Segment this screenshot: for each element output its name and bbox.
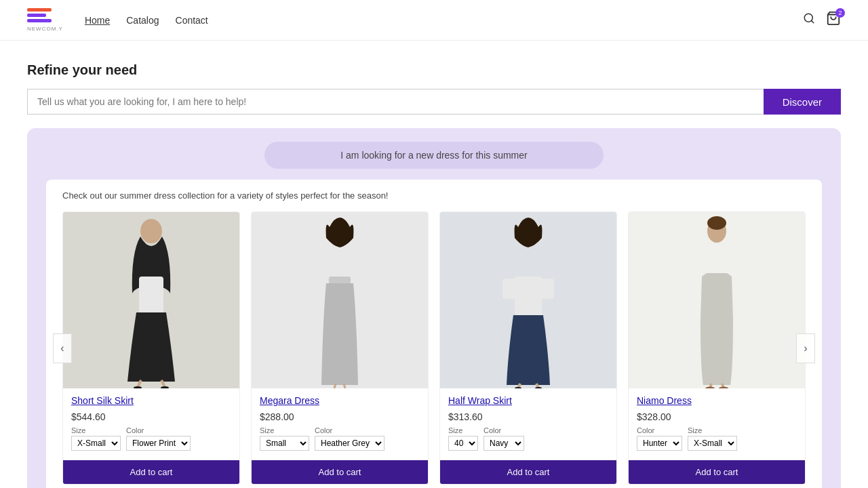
nav-catalog[interactable]: Catalog bbox=[126, 15, 159, 26]
product-info-4: Niamo Dress $328.00 Color Hunter Grey Bl… bbox=[629, 388, 805, 451]
product-options-1: Size X-Small Small Medium Large bbox=[71, 426, 231, 451]
svg-point-25 bbox=[705, 387, 715, 389]
product-card-4: Niamo Dress $328.00 Color Hunter Grey Bl… bbox=[628, 211, 806, 485]
carousel-prev-button[interactable]: ‹ bbox=[53, 333, 72, 363]
carousel-next-button[interactable]: › bbox=[796, 333, 815, 363]
svg-point-7 bbox=[134, 386, 142, 388]
product-silhouette-1 bbox=[97, 212, 205, 388]
product-price-3: $313.60 bbox=[448, 411, 608, 422]
product-silhouette-4 bbox=[663, 212, 771, 388]
product-silhouette-2 bbox=[285, 212, 394, 388]
logo: NEWCOM.Y bbox=[27, 8, 63, 32]
product-card-3: Half Wrap Skirt $313.60 Size 36 38 40 bbox=[439, 211, 617, 485]
main-nav: Home Catalog Contact bbox=[85, 15, 208, 26]
add-to-cart-1[interactable]: Add to cart bbox=[63, 460, 239, 484]
logo-bars bbox=[27, 8, 63, 22]
logo-bar-red bbox=[27, 8, 52, 12]
color-option-1: Color Flower Print Black White bbox=[126, 426, 191, 451]
product-image-1 bbox=[63, 212, 239, 388]
add-to-cart-4[interactable]: Add to cart bbox=[629, 460, 805, 484]
add-to-cart-2[interactable]: Add to cart bbox=[252, 460, 428, 484]
product-silhouette-3 bbox=[474, 212, 583, 388]
size-select-3[interactable]: 36 38 40 42 bbox=[448, 436, 478, 451]
product-options-3: Size 36 38 40 42 Color bbox=[448, 426, 608, 451]
logo-bar-purple-1 bbox=[27, 14, 46, 17]
size-label-2: Size bbox=[260, 426, 309, 434]
main-content: Refine your need Discover I am looking f… bbox=[0, 41, 868, 488]
color-select-3[interactable]: Navy Black Grey bbox=[484, 436, 524, 451]
color-select-1[interactable]: Flower Print Black White bbox=[126, 436, 191, 451]
product-info-3: Half Wrap Skirt $313.60 Size 36 38 40 bbox=[440, 388, 616, 451]
color-label-2: Color bbox=[315, 426, 384, 434]
size-select-4[interactable]: X-Small Small Medium bbox=[688, 436, 737, 451]
svg-point-19 bbox=[515, 387, 521, 388]
svg-point-3 bbox=[140, 219, 162, 243]
svg-line-12 bbox=[344, 384, 345, 388]
user-message-bubble: I am looking for a new dress for this su… bbox=[264, 142, 604, 169]
svg-point-22 bbox=[707, 216, 726, 230]
size-option-3: Size 36 38 40 42 bbox=[448, 426, 478, 451]
svg-rect-4 bbox=[139, 277, 163, 314]
ai-response-text: Check out our summer dress collection fo… bbox=[62, 190, 806, 201]
color-option-4: Color Hunter Grey Black bbox=[637, 426, 682, 451]
product-price-2: $288.00 bbox=[260, 411, 420, 422]
nav-contact[interactable]: Contact bbox=[176, 15, 208, 26]
size-option-2: Size X-Small Small Medium Large bbox=[260, 426, 309, 451]
color-select-4[interactable]: Hunter Grey Black bbox=[637, 436, 682, 451]
svg-line-11 bbox=[334, 384, 336, 388]
product-options-4: Color Hunter Grey Black Size bbox=[637, 426, 797, 451]
nav-home[interactable]: Home bbox=[85, 15, 110, 26]
size-option-1: Size X-Small Small Medium Large bbox=[71, 426, 121, 451]
ai-area: I am looking for a new dress for this su… bbox=[27, 128, 841, 488]
search-icon-button[interactable] bbox=[803, 12, 815, 28]
cart-button[interactable]: 2 bbox=[826, 11, 841, 29]
discover-button[interactable]: Discover bbox=[764, 89, 841, 115]
product-price-4: $328.00 bbox=[637, 411, 797, 422]
color-label-1: Color bbox=[126, 426, 191, 434]
svg-rect-16 bbox=[540, 279, 554, 299]
search-bar: Discover bbox=[27, 89, 841, 115]
add-to-cart-3[interactable]: Add to cart bbox=[440, 460, 616, 484]
size-label-4: Size bbox=[688, 426, 737, 434]
header-left: NEWCOM.Y Home Catalog Contact bbox=[27, 8, 208, 32]
svg-point-8 bbox=[161, 386, 169, 388]
color-select-2[interactable]: Heather Grey Black Navy bbox=[315, 436, 384, 451]
size-select-1[interactable]: X-Small Small Medium Large bbox=[71, 436, 121, 451]
svg-point-20 bbox=[535, 387, 542, 388]
product-title-1[interactable]: Short Silk Skirt bbox=[71, 395, 231, 406]
size-label-3: Size bbox=[448, 426, 478, 434]
header: NEWCOM.Y Home Catalog Contact 2 bbox=[0, 0, 868, 41]
color-label-3: Color bbox=[484, 426, 524, 434]
product-price-1: $544.60 bbox=[71, 411, 231, 422]
size-option-4: Size X-Small Small Medium bbox=[688, 426, 737, 451]
svg-line-1 bbox=[811, 20, 813, 22]
svg-rect-15 bbox=[502, 279, 516, 299]
page-title: Refine your need bbox=[27, 62, 841, 78]
product-card-1: Short Silk Skirt $544.60 Size X-Small Sm… bbox=[62, 211, 240, 485]
product-title-2[interactable]: Megara Dress bbox=[260, 395, 420, 406]
product-title-3[interactable]: Half Wrap Skirt bbox=[448, 395, 608, 406]
svg-rect-14 bbox=[515, 277, 542, 317]
product-image-3 bbox=[440, 212, 616, 388]
cart-badge: 2 bbox=[835, 8, 845, 18]
logo-bar-purple-2 bbox=[27, 19, 52, 22]
product-info-1: Short Silk Skirt $544.60 Size X-Small Sm… bbox=[63, 388, 239, 451]
product-carousel: ‹ bbox=[62, 211, 806, 485]
svg-point-26 bbox=[719, 387, 728, 389]
size-select-2[interactable]: X-Small Small Medium Large bbox=[260, 436, 309, 451]
ai-response-area: Check out our summer dress collection fo… bbox=[46, 180, 822, 488]
header-right: 2 bbox=[803, 11, 841, 29]
search-input[interactable] bbox=[27, 89, 764, 115]
size-label-1: Size bbox=[71, 426, 121, 434]
products-grid: Short Silk Skirt $544.60 Size X-Small Sm… bbox=[62, 211, 806, 485]
search-icon bbox=[803, 12, 815, 24]
product-title-4[interactable]: Niamo Dress bbox=[637, 395, 797, 406]
product-card-2: Megara Dress $288.00 Size X-Small Small … bbox=[251, 211, 429, 485]
logo-text: NEWCOM.Y bbox=[27, 26, 63, 32]
color-option-2: Color Heather Grey Black Navy bbox=[315, 426, 384, 451]
color-label-4: Color bbox=[637, 426, 682, 434]
product-info-2: Megara Dress $288.00 Size X-Small Small … bbox=[252, 388, 428, 451]
product-image-4 bbox=[629, 212, 805, 388]
product-options-2: Size X-Small Small Medium Large bbox=[260, 426, 420, 451]
color-option-3: Color Navy Black Grey bbox=[484, 426, 524, 451]
